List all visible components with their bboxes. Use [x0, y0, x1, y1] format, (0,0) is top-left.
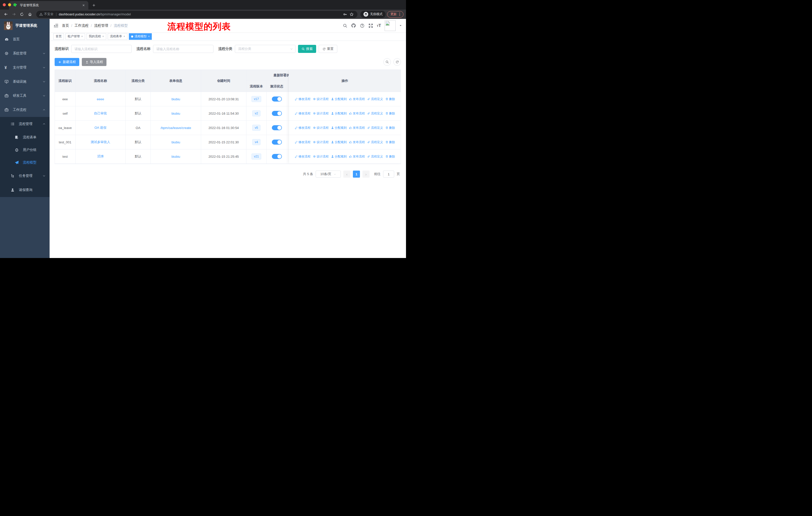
show-search-button[interactable]	[383, 58, 391, 66]
publish-process-link[interactable]: 发布流程	[349, 111, 365, 116]
refresh-button[interactable]	[394, 58, 401, 66]
font-size-icon[interactable]: TT	[377, 23, 381, 28]
process-definition-link[interactable]: 流程定义	[367, 155, 383, 159]
process-name-link[interactable]: eeee	[97, 97, 104, 101]
goto-page-input[interactable]	[383, 170, 394, 178]
form-info-link[interactable]: biubiu	[171, 155, 180, 159]
delete-link[interactable]: 删除	[385, 126, 395, 130]
design-process-link[interactable]: 设计流程	[313, 155, 329, 159]
caret-down-icon[interactable]	[399, 24, 402, 27]
forward-icon[interactable]	[10, 11, 17, 18]
process-category-select[interactable]: 流程分类	[235, 45, 295, 53]
form-info-link[interactable]: biubiu	[171, 140, 180, 144]
minimize-window-button[interactable]	[8, 3, 11, 6]
process-id-input[interactable]	[71, 45, 132, 53]
sidebar-item-dev-tools[interactable]: 研发工具	[0, 89, 50, 103]
process-definition-link[interactable]: 流程定义	[367, 111, 383, 116]
github-icon[interactable]	[351, 23, 356, 28]
page-tag-首页[interactable]: 首页	[53, 33, 64, 40]
tag-close-icon[interactable]: ×	[81, 35, 83, 38]
assign-rule-link[interactable]: 分配规则	[331, 97, 347, 101]
process-definition-link[interactable]: 流程定义	[367, 126, 383, 130]
activation-toggle[interactable]	[272, 125, 282, 130]
tag-close-icon[interactable]: ×	[123, 35, 125, 38]
search-icon[interactable]	[343, 23, 348, 28]
delete-link[interactable]: 删除	[385, 155, 395, 159]
tag-close-icon[interactable]: ×	[103, 35, 104, 38]
breadcrumb-process-management[interactable]: 流程管理	[94, 23, 108, 28]
update-button[interactable]: 更新	[387, 11, 404, 18]
home-icon[interactable]	[27, 11, 33, 18]
key-icon[interactable]	[342, 11, 348, 18]
help-icon[interactable]	[360, 23, 365, 28]
search-button[interactable]: 搜索	[298, 45, 316, 53]
browser-menu-icon[interactable]	[399, 12, 400, 16]
sidebar-item-process-form[interactable]: 流程表单	[0, 131, 50, 144]
fullscreen-icon[interactable]	[368, 23, 373, 28]
activation-toggle[interactable]	[272, 97, 282, 102]
sidebar-item-workflow[interactable]: 工作流程	[0, 103, 50, 117]
avatar[interactable]	[385, 20, 396, 31]
bookmark-star-icon[interactable]	[348, 11, 355, 18]
security-warning[interactable]: 不安全	[39, 12, 54, 17]
page-tag-我的流程[interactable]: 我的流程×	[87, 33, 106, 40]
assign-rule-link[interactable]: 分配规则	[331, 126, 347, 130]
delete-link[interactable]: 删除	[385, 140, 395, 144]
process-name-link[interactable]: 自己审批	[94, 111, 107, 116]
form-info-link[interactable]: biubiu	[171, 112, 180, 115]
edit-process-link[interactable]: 修改流程	[295, 111, 311, 116]
sidebar-item-payment-management[interactable]: ¥支付管理	[0, 60, 50, 75]
sidebar-item-infrastructure[interactable]: 基础设施	[0, 75, 50, 89]
process-name-link[interactable]: OA 请假	[94, 126, 107, 130]
page-tag-流程模型[interactable]: 流程模型×	[129, 33, 152, 40]
version-badge[interactable]: v21	[252, 154, 261, 160]
sidebar-item-task-management[interactable]: 任务管理	[0, 169, 50, 183]
sidebar-item-process-management[interactable]: 流程管理	[0, 117, 50, 131]
design-process-link[interactable]: 设计流程	[313, 97, 329, 101]
page-size-select[interactable]: 10条/页	[316, 170, 341, 178]
version-badge[interactable]: v5	[252, 125, 261, 131]
tab-close-icon[interactable]	[81, 3, 86, 7]
form-info-link[interactable]: biubiu	[171, 97, 180, 101]
process-definition-link[interactable]: 流程定义	[367, 97, 383, 101]
delete-link[interactable]: 删除	[385, 111, 395, 116]
design-process-link[interactable]: 设计流程	[313, 111, 329, 116]
import-process-button[interactable]: 导入流程	[82, 58, 107, 66]
publish-process-link[interactable]: 发布流程	[349, 140, 365, 144]
tag-close-icon[interactable]: ×	[148, 35, 150, 38]
sidebar-item-leave-query[interactable]: 请假查询	[0, 183, 50, 197]
reset-button[interactable]: 重置	[319, 45, 337, 53]
process-name-link[interactable]: 测试多审批人	[91, 140, 110, 144]
design-process-link[interactable]: 设计流程	[313, 140, 329, 144]
breadcrumb-home[interactable]: 首页	[62, 23, 69, 28]
publish-process-link[interactable]: 发布流程	[349, 126, 365, 130]
reload-icon[interactable]	[19, 11, 25, 18]
version-badge[interactable]: v17	[252, 96, 261, 102]
assign-rule-link[interactable]: 分配规则	[331, 140, 347, 144]
version-badge[interactable]: v2	[252, 110, 261, 117]
process-name-input[interactable]	[153, 45, 213, 53]
page-1-button[interactable]: 1	[353, 170, 360, 178]
activation-toggle[interactable]	[272, 140, 282, 145]
edit-process-link[interactable]: 修改流程	[295, 126, 311, 130]
publish-process-link[interactable]: 发布流程	[349, 97, 365, 101]
process-definition-link[interactable]: 流程定义	[367, 140, 383, 144]
edit-process-link[interactable]: 修改流程	[295, 140, 311, 144]
create-process-button[interactable]: 新建流程	[55, 58, 79, 66]
activation-toggle[interactable]	[272, 111, 282, 116]
prev-page-button[interactable]: ‹	[343, 170, 350, 178]
sidebar-item-user-group[interactable]: 用户分组	[0, 144, 50, 156]
back-icon[interactable]	[2, 11, 9, 18]
window-controls[interactable]	[3, 3, 17, 6]
version-badge[interactable]: v4	[252, 139, 261, 145]
browser-tab[interactable]: 芋道管理系统	[9, 1, 88, 9]
assign-rule-link[interactable]: 分配规则	[331, 155, 347, 159]
page-tag-流程表单[interactable]: 流程表单×	[108, 33, 127, 40]
maximize-window-button[interactable]	[13, 3, 17, 6]
close-window-button[interactable]	[3, 3, 6, 6]
delete-link[interactable]: 删除	[385, 97, 395, 101]
sidebar-item-process-model[interactable]: 流程模型	[0, 156, 50, 169]
menu-fold-icon[interactable]	[54, 23, 58, 28]
activation-toggle[interactable]	[272, 154, 282, 159]
sidebar-item-home[interactable]: 首页	[0, 32, 50, 46]
